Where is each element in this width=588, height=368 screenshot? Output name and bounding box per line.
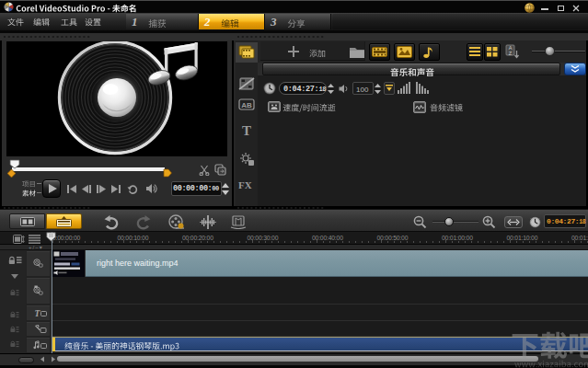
svg-text:T: T	[35, 309, 41, 318]
svg-text:AB: AB	[241, 101, 252, 109]
